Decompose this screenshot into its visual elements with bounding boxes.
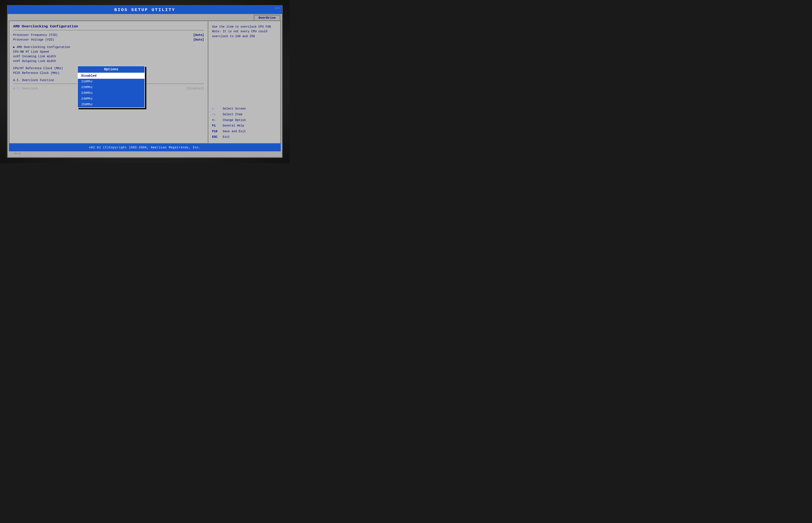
cpu-nb-ht-label: CPU-NB HT Link Speed [13,50,49,54]
processor-voltage-item[interactable]: Processor Voltage (VID) [Auto] [13,38,204,41]
key-general-help: F1 General Help [212,123,277,129]
help-text: Use the item to overclock CPU FSB Note: … [212,24,277,39]
ai-overclock-value: [Disabled] [186,87,204,90]
key-updown: ↑↓ [212,112,221,118]
bios-screen: HDMI BIOS SETUP UTILITY OverDrive AMD Ov… [7,5,283,158]
option-220mhz[interactable]: 220Mhz [78,85,145,90]
options-title: Options [78,66,145,73]
key-plusminus: +- [212,118,221,123]
option-250mhz[interactable]: 250Mhz [78,102,145,107]
tab-bar: OverDrive [7,14,282,21]
monitor-brand-label: BenQ [14,152,21,155]
ncht-incoming-label: ncHT Incoming Link Width [13,55,56,58]
option-disabled[interactable]: Disabled [78,73,145,79]
hdmi-label: HDMI [275,7,280,10]
processor-frequency-label: Processor Frequency (FID) [13,33,58,37]
option-240mhz[interactable]: 240Mhz [78,96,145,102]
key-change-option: +- Change Option [212,118,277,123]
cpu-ht-clock-label: CPU/HT Reference Clock (MHz) [13,67,63,70]
footer-text: v02.61 (C)Copyright 1985-2006, American … [89,146,201,149]
ai-overclock-function-label: A.I. Overclock Function [13,78,54,82]
ncht-outgoing-label: ncHT Outgoing Link Width [13,59,56,63]
key-select-item-desc: Select Item [223,112,242,118]
bios-title: BIOS SETUP UTILITY [114,7,175,12]
processor-voltage-label: Processor Voltage (VID) [13,38,54,41]
key-exit: ESC Exit [212,134,277,140]
key-change-option-desc: Change Option [223,118,246,123]
monitor-background: HDMI BIOS SETUP UTILITY OverDrive AMD Ov… [0,0,290,163]
pcie-clock-label: PCIE Reference Clock (MHz) [13,71,59,75]
footer: v02.61 (C)Copyright 1985-2006, American … [9,144,281,151]
option-230mhz[interactable]: 230Mhz [78,90,145,96]
key-select-screen-desc: Select Screen [223,106,246,112]
overdrive-tab[interactable]: OverDrive [254,15,280,21]
options-popup: Options Disabled 210Mhz 220Mhz 230Mhz 24… [77,66,145,108]
key-f1: F1 [212,123,221,129]
key-general-help-desc: General Help [223,123,244,129]
cpu-nb-ht-item[interactable]: CPU-NB HT Link Speed [13,50,204,54]
main-content: AMD Overclocking Configuration Processor… [9,21,281,144]
ncht-outgoing-item[interactable]: ncHT Outgoing Link Width [13,59,204,63]
section-title: AMD Overclocking Configuration [13,24,204,29]
processor-voltage-value: [Auto] [193,38,204,41]
title-bar: BIOS SETUP UTILITY [7,6,282,14]
ncht-incoming-item[interactable]: ncHT Incoming Link Width [13,55,204,58]
option-210mhz[interactable]: 210Mhz [78,79,145,85]
ai-overclock-label: A.I. Overclock [13,87,38,90]
processor-frequency-item[interactable]: Processor Frequency (FID) [Auto] [13,33,204,37]
key-save-exit-desc: Save and Exit [223,129,246,134]
key-help: ← Select Screen ↑↓ Select Item +- Change… [212,106,277,140]
amd-overclocking-submenu[interactable]: AMD Overclocking Configuration [13,45,204,49]
key-exit-desc: Exit [223,134,230,140]
key-f10: F10 [212,129,221,134]
key-arrow: ← [212,106,221,112]
key-esc: ESC [212,134,221,140]
key-select-item: ↑↓ Select Item [212,112,277,118]
left-panel: AMD Overclocking Configuration Processor… [9,21,208,143]
key-save-exit: F10 Save and Exit [212,129,277,134]
right-panel: Use the item to overclock CPU FSB Note: … [208,21,280,143]
processor-frequency-value: [Auto] [193,33,204,37]
key-select-screen: ← Select Screen [212,106,277,112]
